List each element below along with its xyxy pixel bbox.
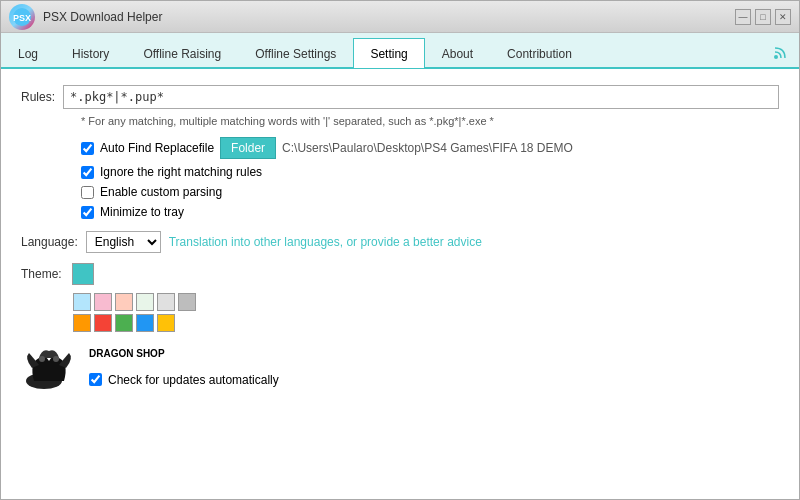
color-swatch-lightblue[interactable] xyxy=(73,293,91,311)
folder-path: C:\Users\Paularo\Desktop\PS4 Games\FIFA … xyxy=(282,141,573,155)
maximize-button[interactable]: □ xyxy=(755,9,771,25)
theme-color-main[interactable] xyxy=(72,263,94,285)
theme-label: Theme: xyxy=(21,267,62,281)
tab-log[interactable]: Log xyxy=(1,38,55,68)
close-button[interactable]: ✕ xyxy=(775,9,791,25)
title-bar: PSX PSX Download Helper — □ ✕ xyxy=(1,1,799,33)
minimize-tray-label: Minimize to tray xyxy=(100,205,184,219)
rules-label: Rules: xyxy=(21,90,55,104)
update-check-label: Check for updates automatically xyxy=(108,373,279,387)
color-swatch-orange[interactable] xyxy=(73,314,91,332)
tab-contribution[interactable]: Contribution xyxy=(490,38,589,68)
enable-custom-label: Enable custom parsing xyxy=(100,185,222,199)
color-row-1 xyxy=(73,293,779,311)
enable-custom-checkbox[interactable] xyxy=(81,186,94,199)
color-swatch-yellow[interactable] xyxy=(157,314,175,332)
translation-link[interactable]: Translation into other languages, or pro… xyxy=(169,235,482,249)
ignore-right-row: Ignore the right matching rules xyxy=(81,165,779,179)
color-palette xyxy=(73,293,779,332)
tab-history[interactable]: History xyxy=(55,38,126,68)
language-row: Language: English Chinese Spanish French… xyxy=(21,231,779,253)
rules-row: Rules: xyxy=(21,85,779,109)
auto-find-row: Auto Find Replacefile Folder C:\Users\Pa… xyxy=(81,137,779,159)
dragon-shop-label: DRAGON SHOP xyxy=(89,348,279,359)
svg-point-2 xyxy=(774,55,778,59)
update-check-checkbox[interactable] xyxy=(89,373,102,386)
tab-offline-raising[interactable]: Offline Raising xyxy=(126,38,238,68)
theme-row: Theme: xyxy=(21,263,779,285)
ignore-right-checkbox[interactable] xyxy=(81,166,94,179)
minimize-button[interactable]: — xyxy=(735,9,751,25)
svg-point-4 xyxy=(39,356,45,362)
svg-point-5 xyxy=(53,356,59,362)
tab-bar: Log History Offline Raising Offline Sett… xyxy=(1,33,799,69)
ignore-right-label: Ignore the right matching rules xyxy=(100,165,262,179)
app-logo: PSX xyxy=(9,4,35,30)
rules-hint: * For any matching, multiple matching wo… xyxy=(81,115,779,127)
color-swatch-green[interactable] xyxy=(115,314,133,332)
color-swatch-red[interactable] xyxy=(94,314,112,332)
tab-setting[interactable]: Setting xyxy=(353,38,424,68)
rules-input[interactable] xyxy=(63,85,779,109)
color-swatch-lightgreen[interactable] xyxy=(136,293,154,311)
color-swatch-gray[interactable] xyxy=(178,293,196,311)
window-controls: — □ ✕ xyxy=(735,9,791,25)
dragon-shop-area: DRAGON SHOP Check for updates automatica… xyxy=(89,348,279,387)
color-swatch-lightgray[interactable] xyxy=(157,293,175,311)
svg-text:PSX: PSX xyxy=(13,13,31,23)
minimize-tray-checkbox[interactable] xyxy=(81,206,94,219)
color-swatch-pink[interactable] xyxy=(94,293,112,311)
bottom-area: DRAGON SHOP Check for updates automatica… xyxy=(21,342,779,392)
auto-find-checkbox[interactable] xyxy=(81,142,94,155)
enable-custom-row: Enable custom parsing xyxy=(81,185,779,199)
settings-content: Rules: * For any matching, multiple matc… xyxy=(1,69,799,408)
color-row-2 xyxy=(73,314,779,332)
color-swatch-blue[interactable] xyxy=(136,314,154,332)
folder-button[interactable]: Folder xyxy=(220,137,276,159)
dragon-logo xyxy=(21,342,81,392)
update-check-row: Check for updates automatically xyxy=(89,373,279,387)
tab-offline-settings[interactable]: Offline Settings xyxy=(238,38,353,68)
minimize-tray-row: Minimize to tray xyxy=(81,205,779,219)
color-swatch-peach[interactable] xyxy=(115,293,133,311)
content-wrapper: Rules: * For any matching, multiple matc… xyxy=(1,69,799,499)
auto-find-label: Auto Find Replacefile xyxy=(100,141,214,155)
tab-about[interactable]: About xyxy=(425,38,490,68)
main-window: PSX PSX Download Helper — □ ✕ Log Histor… xyxy=(0,0,800,500)
window-title: PSX Download Helper xyxy=(43,10,735,24)
rss-icon[interactable] xyxy=(763,37,799,67)
language-select[interactable]: English Chinese Spanish French German xyxy=(86,231,161,253)
language-label: Language: xyxy=(21,235,78,249)
